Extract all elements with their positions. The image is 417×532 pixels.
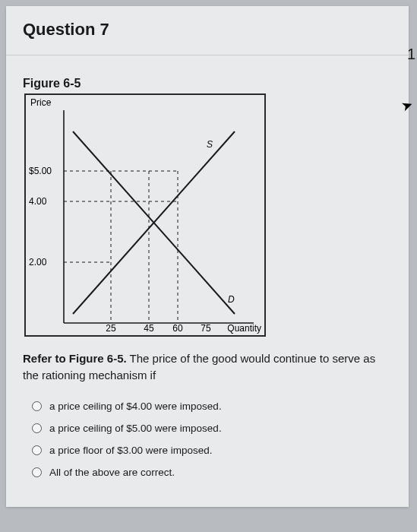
option-b[interactable]: a price ceiling of $5.00 were imposed. — [32, 423, 392, 434]
question-title: Question 7 — [23, 20, 392, 40]
page-number-fragment: 1 — [407, 46, 415, 63]
option-c[interactable]: a price floor of $3.00 were imposed. — [32, 445, 392, 456]
radio-icon[interactable] — [32, 401, 42, 411]
radio-icon[interactable] — [32, 445, 42, 455]
options-list: a price ceiling of $4.00 were imposed. a… — [23, 401, 392, 478]
question-header: Question 7 — [6, 6, 409, 55]
option-a[interactable]: a price ceiling of $4.00 were imposed. — [32, 401, 392, 412]
radio-icon[interactable] — [32, 423, 42, 433]
chart-svg — [26, 95, 267, 338]
option-d[interactable]: All of the above are correct. — [32, 467, 392, 478]
question-text: Refer to Figure 6-5. The price of the go… — [23, 350, 392, 384]
option-label: All of the above are correct. — [49, 467, 175, 478]
question-content: Figure 6-5 Price Quantity $5.00 4.00 2.0… — [6, 55, 409, 507]
option-label: a price ceiling of $5.00 were imposed. — [49, 423, 222, 434]
question-panel: Question 7 Figure 6-5 Price Quantity $5.… — [6, 6, 409, 507]
radio-icon[interactable] — [32, 467, 42, 477]
chart: Price Quantity $5.00 4.00 2.00 25 45 60 … — [24, 93, 266, 337]
option-label: a price floor of $3.00 were imposed. — [49, 445, 213, 456]
option-label: a price ceiling of $4.00 were imposed. — [49, 401, 222, 412]
question-lead: Refer to Figure 6-5. — [23, 352, 127, 365]
figure-title: Figure 6-5 — [23, 77, 392, 90]
